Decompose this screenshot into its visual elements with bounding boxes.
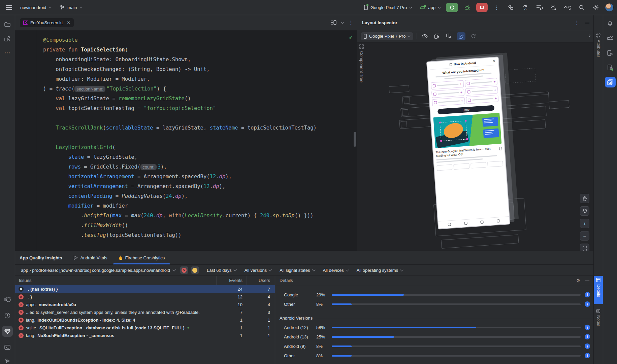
- code-line[interactable]: verticalArrangement = Arrangement.spaced…: [43, 182, 357, 191]
- project-selector[interactable]: nowinandroid: [18, 3, 54, 12]
- filter-dropdown[interactable]: All versions: [242, 267, 274, 274]
- gemini-sparkle-icon[interactable]: ✦: [187, 326, 190, 330]
- version-control-tool-button[interactable]: [2, 356, 13, 364]
- layout-inspector-tool-button[interactable]: [605, 77, 616, 87]
- issue-row[interactable]: ✕ sqlite.SQLiteFullException - database …: [15, 324, 275, 332]
- module-filter-dropdown[interactable]: app › prodRelease: [now-in-android] com.…: [19, 267, 177, 274]
- nonfatal-severity-toggle[interactable]: !: [191, 266, 199, 274]
- info-icon[interactable]: i: [585, 301, 590, 307]
- profiler-button[interactable]: [562, 2, 573, 12]
- running-devices-tool-button[interactable]: [605, 62, 616, 73]
- issue-row[interactable]: ✕ apps.nowinandroid/u0a✦ 10 4: [15, 301, 275, 308]
- stop-button[interactable]: [476, 3, 488, 12]
- tab-firebase-crashlytics[interactable]: Firebase Crashlytics: [119, 251, 165, 264]
- code-line[interactable]: @Composable: [43, 35, 357, 45]
- inspected-phone-screen[interactable]: Now in Android ⚙ What are you interested…: [426, 57, 510, 229]
- resource-manager-tool-button[interactable]: [2, 33, 13, 44]
- inspector-device-selector[interactable]: Google Pixel 7 Pro: [361, 32, 413, 40]
- more-actions-icon[interactable]: ⋮: [492, 2, 502, 12]
- zoom-to-fit-button[interactable]: [580, 244, 589, 251]
- issues-column-header[interactable]: Issues: [15, 278, 216, 283]
- close-tab-icon[interactable]: ✕: [67, 20, 70, 25]
- view-options-icon[interactable]: [420, 32, 429, 40]
- filter-dropdown[interactable]: All devices: [321, 267, 351, 274]
- terminal-tool-button[interactable]: [2, 342, 13, 353]
- hide-panel-icon[interactable]: —: [585, 20, 589, 25]
- panel-options-icon[interactable]: ⋮: [574, 20, 580, 26]
- code-line[interactable]: onTopicCheckedChanged: (String, Boolean)…: [43, 65, 357, 74]
- info-icon[interactable]: i: [585, 343, 590, 349]
- code-line[interactable]: [43, 113, 357, 123]
- split-editor-icon[interactable]: [331, 20, 336, 25]
- tab-android-vitals[interactable]: Android Vitals: [73, 251, 107, 264]
- attributes-side-tab[interactable]: Attributes: [594, 31, 603, 60]
- user-avatar[interactable]: [605, 3, 614, 12]
- code-line[interactable]: contentPadding = PaddingValues(24.dp),: [43, 191, 357, 201]
- hide-details-icon[interactable]: —: [585, 278, 589, 283]
- zoom-in-button[interactable]: +: [580, 219, 589, 228]
- filter-dropdown[interactable]: All operating systems: [354, 267, 405, 274]
- device-manager-tool-button[interactable]: [605, 47, 616, 58]
- info-icon[interactable]: i: [585, 334, 590, 339]
- code-line[interactable]: .fillMaxWidth(): [43, 221, 357, 230]
- filter-dropdown[interactable]: All signal states: [277, 267, 317, 274]
- layout-inspector-3d-view[interactable]: Component Tree: [357, 42, 593, 251]
- issue-row[interactable]: ✕ . (has extras) }✦ 24 7: [15, 285, 275, 293]
- info-icon[interactable]: i: [585, 353, 590, 358]
- search-everywhere-button[interactable]: [577, 2, 587, 12]
- project-tool-button[interactable]: [2, 19, 13, 30]
- code-line[interactable]: val lazyGridState = rememberLazyGridStat…: [43, 94, 357, 104]
- more-tool-windows-button[interactable]: ⋯: [2, 47, 13, 58]
- code-line[interactable]: rows = GridCells.Fixed(count:3),: [43, 162, 357, 172]
- fatal-severity-toggle[interactable]: ✕: [180, 266, 188, 274]
- logcat-tool-button[interactable]: [2, 294, 13, 305]
- run-configuration-selector[interactable]: app: [419, 3, 442, 12]
- details-settings-gear-icon[interactable]: ⚙: [576, 278, 580, 283]
- live-updates-toggle-icon[interactable]: [457, 32, 465, 40]
- code-line[interactable]: modifier = modifier: [43, 201, 357, 211]
- notifications-tool-button[interactable]: [605, 18, 616, 29]
- code-line[interactable]: val topicSelectionTestTag = "forYou:topi…: [43, 104, 357, 113]
- filter-dropdown[interactable]: Last 60 days: [204, 267, 239, 274]
- expand-toolbar-chevron-icon[interactable]: [587, 34, 591, 37]
- build-button[interactable]: [506, 2, 516, 12]
- debug-button[interactable]: [462, 2, 472, 12]
- settings-button[interactable]: [591, 2, 601, 12]
- refresh-icon[interactable]: [469, 32, 478, 40]
- code-line[interactable]: ) = trace(sectionName:"TopicSelection") …: [43, 84, 357, 94]
- component-tree-layers-icon[interactable]: [445, 32, 453, 40]
- app-quality-insights-tool-button[interactable]: [2, 326, 13, 337]
- code-line[interactable]: onboardingUiState: OnboardingUiState.Sho…: [43, 55, 357, 65]
- code-line[interactable]: horizontalArrangement = Arrangement.spac…: [43, 172, 357, 182]
- editor-tab[interactable]: ForYouScreen.kt ✕: [20, 18, 74, 27]
- component-tree-side-tab[interactable]: Component Tree: [359, 44, 364, 82]
- notes-side-tab[interactable]: Notes: [594, 307, 603, 328]
- issue-row[interactable]: ✕ . }✦ 12 4: [15, 293, 275, 301]
- inspections-ok-icon[interactable]: ✔: [349, 34, 352, 40]
- code-line[interactable]: state = lazyGridState,: [43, 152, 357, 162]
- code-line[interactable]: [43, 133, 357, 143]
- tab-list-chevron-icon[interactable]: [341, 21, 344, 24]
- code-line[interactable]: private fun TopicSelection(: [43, 45, 357, 55]
- pan-mode-button[interactable]: [580, 194, 589, 203]
- users-column-header[interactable]: Users: [247, 276, 275, 285]
- code-line[interactable]: .heightIn(max = max(240.dp, with(LocalDe…: [43, 211, 357, 221]
- code-line[interactable]: TrackScrollJank(scrollableState = lazyGr…: [43, 123, 357, 133]
- code-line[interactable]: modifier: Modifier = Modifier,: [43, 74, 357, 84]
- issue-row[interactable]: ✕ ...ed to system_server and system apps…: [15, 308, 275, 316]
- attach-debugger-button[interactable]: [548, 2, 558, 12]
- issue-row[interactable]: ✕ lang.NoSuchFieldException - _consensus…: [15, 332, 275, 339]
- hamburger-menu-icon[interactable]: [4, 2, 14, 12]
- details-side-tab[interactable]: Details: [594, 276, 603, 304]
- 3d-mode-button[interactable]: [580, 206, 589, 216]
- snapshot-export-icon[interactable]: [432, 32, 441, 40]
- editor-scrollbar[interactable]: [354, 132, 356, 147]
- device-selector[interactable]: Google Pixel 7 Pro: [361, 3, 415, 12]
- events-column-header[interactable]: Events: [216, 276, 247, 285]
- apply-changes-button[interactable]: A: [520, 2, 530, 12]
- info-icon[interactable]: i: [585, 292, 590, 297]
- code-editor[interactable]: @Composableprivate fun TopicSelection( o…: [15, 30, 357, 250]
- code-line[interactable]: .testTag(topicSelectionTestTag)): [43, 230, 357, 240]
- zoom-out-button[interactable]: −: [580, 231, 589, 241]
- vcs-branch-selector[interactable]: main: [57, 3, 85, 12]
